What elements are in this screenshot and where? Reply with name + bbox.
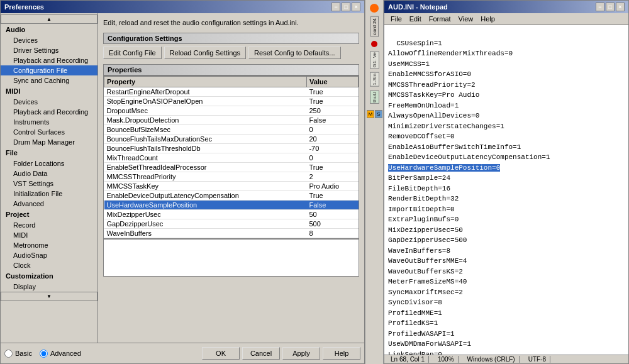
advanced-radio-label[interactable]: Advanced bbox=[40, 350, 81, 358]
table-row[interactable]: MMCSSTaskKeyPro Audio bbox=[104, 182, 359, 191]
scroll-down-button[interactable]: ▼ bbox=[1, 292, 97, 301]
m-button[interactable]: M bbox=[367, 110, 375, 118]
table-row[interactable]: WaveInBuffers8 bbox=[104, 229, 359, 238]
thu-label[interactable]: thuU bbox=[370, 91, 379, 104]
table-row[interactable]: BounceBufSizeMsec0 bbox=[104, 125, 359, 135]
scroll-up-button[interactable]: ▲ bbox=[1, 14, 97, 24]
property-cell: Mask.DropoutDetection bbox=[104, 116, 307, 125]
action-buttons: OK Cancel Apply Help bbox=[202, 347, 360, 360]
table-row[interactable]: Mask.DropoutDetectionFalse bbox=[104, 116, 359, 125]
sidebar-item-config-file[interactable]: Configuration File bbox=[1, 65, 97, 75]
property-cell: MixThreadCount bbox=[104, 153, 307, 163]
sidebar-section-midi: MIDI bbox=[1, 85, 97, 97]
table-row[interactable]: MixThreadCount0 bbox=[104, 153, 359, 163]
value-cell: 500 bbox=[306, 219, 358, 229]
table-row[interactable]: GapDezipperUsec500 bbox=[104, 219, 359, 229]
zoom-level: 100% bbox=[434, 356, 459, 363]
table-row[interactable]: UseHardwareSamplePositionFalse bbox=[104, 201, 359, 210]
property-cell: DropoutMsec bbox=[104, 106, 307, 116]
apply-button[interactable]: Apply bbox=[282, 347, 320, 360]
sidebar-item-project-midi[interactable]: MIDI bbox=[1, 230, 97, 240]
value-cell: False bbox=[306, 201, 358, 210]
value-cell: Pro Audio bbox=[306, 182, 358, 191]
g1-label[interactable]: G1: Ve bbox=[370, 51, 379, 69]
maximize-button[interactable]: □ bbox=[342, 3, 350, 11]
sidebar-item-drum-map[interactable]: Drum Map Manager bbox=[1, 137, 97, 147]
radio-group: Basic Advanced bbox=[4, 350, 81, 358]
properties-tbody: RestartEngineAfterDropoutTrueStopEngineO… bbox=[104, 87, 359, 240]
sidebar-item-playback-recording[interactable]: Playback and Recording bbox=[1, 55, 97, 65]
sidebar-item-instruments[interactable]: Instruments bbox=[1, 117, 97, 127]
notepad-title-text: AUD.INI - Notepad bbox=[388, 3, 448, 11]
preferences-title: Preferences bbox=[4, 3, 44, 11]
s-button[interactable]: S bbox=[375, 110, 382, 118]
table-row[interactable]: BounceFlushTailsMaxDurationSec20 bbox=[104, 135, 359, 144]
sidebar-item-driver-settings[interactable]: Driver Settings bbox=[1, 45, 97, 55]
notepad-statusbar: Ln 68, Col 1 100% Windows (CRLF) UTF-8 bbox=[384, 355, 628, 363]
menu-item-file[interactable]: File bbox=[387, 14, 406, 24]
taskbar-label[interactable]: cord 24 bbox=[370, 16, 379, 37]
table-row[interactable]: StopEngineOnASIOPanelOpenTrue bbox=[104, 97, 359, 106]
sidebar: ▲ AudioDevicesDriver SettingsPlayback an… bbox=[1, 13, 98, 343]
sidebar-item-audiosnap[interactable]: AudioSnap bbox=[1, 250, 97, 260]
notepad-minimize-button[interactable]: − bbox=[596, 3, 604, 11]
reload-config-button[interactable]: Reload Config Settings bbox=[164, 47, 247, 59]
value-cell: True bbox=[306, 97, 358, 106]
edit-area[interactable] bbox=[103, 239, 359, 277]
cancel-button[interactable]: Cancel bbox=[242, 347, 280, 360]
sidebar-item-record[interactable]: Record bbox=[1, 220, 97, 230]
property-cell: BounceFlushTailsThresholdDb bbox=[104, 144, 307, 153]
notepad-close-button[interactable]: × bbox=[616, 3, 625, 11]
property-cell: WaveInBuffers bbox=[104, 229, 307, 238]
menu-item-help[interactable]: Help bbox=[477, 14, 499, 24]
table-row[interactable]: RestartEngineAfterDropoutTrue bbox=[104, 87, 359, 97]
property-cell: BounceBufSizeMsec bbox=[104, 125, 307, 135]
minimize-button[interactable]: − bbox=[331, 3, 340, 11]
sidebar-item-sync-caching[interactable]: Sync and Caching bbox=[1, 75, 97, 85]
property-cell: EnableDeviceOutputLatencyCompensation bbox=[104, 191, 307, 201]
table-row[interactable]: DropoutMsec250 bbox=[104, 106, 359, 116]
value-cell: 0 bbox=[306, 125, 358, 135]
reset-config-button[interactable]: Reset Config to Defaults... bbox=[248, 47, 340, 59]
table-row[interactable]: MMCSSThreadPriority2 bbox=[104, 172, 359, 182]
notepad-content[interactable]: CSUseSpin=1 AllowOfflineRenderMixThreads… bbox=[384, 25, 628, 355]
table-row[interactable]: EnableSetThreadIdealProcessorTrue bbox=[104, 163, 359, 172]
title-bar-buttons: − □ × bbox=[331, 3, 360, 11]
basic-radio-label[interactable]: Basic bbox=[4, 350, 32, 358]
sidebar-item-audio-data[interactable]: Audio Data bbox=[1, 168, 97, 179]
help-button[interactable]: Help bbox=[323, 347, 360, 360]
table-row[interactable]: BounceFlushTailsThresholdDb-70 bbox=[104, 144, 359, 153]
table-row[interactable]: MixDezipperUsec50 bbox=[104, 210, 359, 219]
ok-button[interactable]: OK bbox=[202, 347, 240, 360]
sing-label[interactable]: 1-Sin bbox=[370, 72, 379, 87]
sidebar-item-devices[interactable]: Devices bbox=[1, 35, 97, 45]
encoding: UTF-8 bbox=[525, 356, 550, 363]
sidebar-item-advanced[interactable]: Advanced bbox=[1, 199, 97, 209]
description-text: Edit, reload and reset the audio configu… bbox=[103, 18, 359, 28]
menu-item-edit[interactable]: Edit bbox=[406, 14, 425, 24]
notepad-maximize-button[interactable]: □ bbox=[606, 3, 615, 11]
sidebar-item-vst-settings[interactable]: VST Settings bbox=[1, 179, 97, 189]
taskbar-strip: cord 24 G1: Ve 1-Sin thuU M S bbox=[365, 0, 384, 364]
sidebar-item-control-surfaces[interactable]: Control Surfaces bbox=[1, 127, 97, 137]
sidebar-item-metronome[interactable]: Metronome bbox=[1, 240, 97, 250]
menu-item-view[interactable]: View bbox=[455, 14, 477, 24]
basic-radio[interactable] bbox=[4, 350, 13, 358]
advanced-radio[interactable] bbox=[40, 350, 48, 358]
properties-table-container[interactable]: Property Value RestartEngineAfterDropout… bbox=[103, 75, 359, 239]
notepad-menu: FileEditFormatViewHelp bbox=[384, 13, 628, 25]
value-cell: 2 bbox=[306, 172, 358, 182]
sidebar-item-init-file[interactable]: Initialization File bbox=[1, 189, 97, 199]
property-cell: MMCSSThreadPriority bbox=[104, 172, 307, 182]
sidebar-item-clock[interactable]: Clock bbox=[1, 260, 97, 270]
table-row[interactable]: EnableDeviceOutputLatencyCompensationTru… bbox=[104, 191, 359, 201]
close-button[interactable]: × bbox=[352, 3, 360, 11]
notepad-window: AUD.INI - Notepad − □ × FileEditFormatVi… bbox=[384, 0, 629, 364]
sidebar-item-midi-devices[interactable]: Devices bbox=[1, 97, 97, 107]
edit-config-button[interactable]: Edit Config File bbox=[103, 47, 162, 59]
sidebar-item-folder-locations[interactable]: Folder Locations bbox=[1, 158, 97, 168]
sidebar-item-midi-playback[interactable]: Playback and Recording bbox=[1, 107, 97, 117]
sidebar-item-display[interactable]: Display bbox=[1, 282, 97, 292]
value-column-header: Value bbox=[306, 77, 358, 87]
menu-item-format[interactable]: Format bbox=[425, 14, 455, 24]
